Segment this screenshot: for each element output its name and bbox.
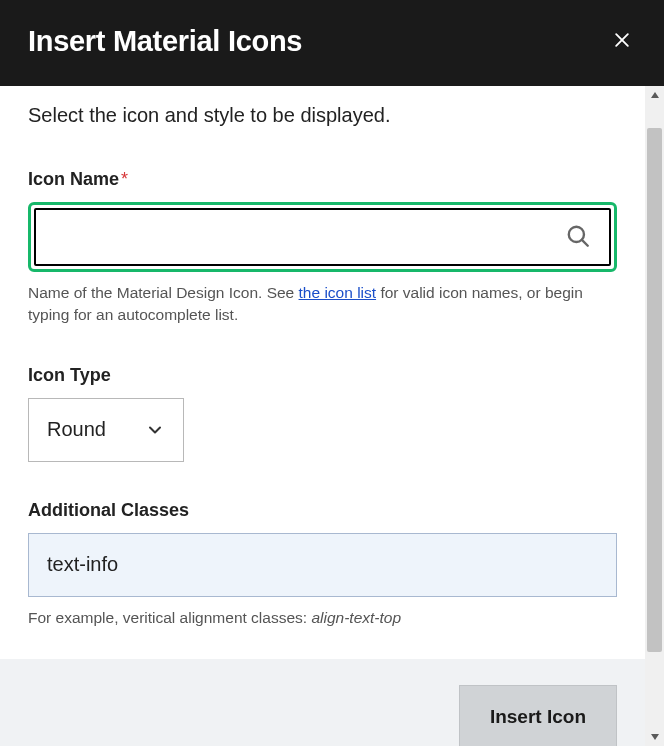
additional-classes-help: For example, veritical alignment classes… — [28, 607, 617, 629]
dialog-footer: Insert Icon — [0, 659, 645, 746]
icon-list-link[interactable]: the icon list — [299, 284, 377, 301]
field-additional-classes: Additional Classes For example, veritica… — [28, 500, 617, 629]
scroll-down-button[interactable] — [645, 728, 664, 746]
icon-name-input-wrap — [34, 208, 611, 266]
close-icon — [612, 30, 632, 53]
scroll-track[interactable] — [645, 104, 664, 728]
scroll-up-button[interactable] — [645, 86, 664, 104]
dialog-subtitle: Select the icon and style to be displaye… — [28, 104, 617, 127]
dialog-title: Insert Material Icons — [28, 25, 302, 58]
icon-name-search-button[interactable] — [561, 219, 595, 256]
insert-icon-button[interactable]: Insert Icon — [459, 685, 617, 746]
icon-type-select[interactable]: Round — [28, 398, 184, 462]
icon-name-input[interactable] — [50, 210, 561, 264]
svg-marker-5 — [651, 734, 659, 740]
scrollbar[interactable] — [645, 86, 664, 746]
icon-type-label: Icon Type — [28, 365, 617, 386]
icon-name-focus-ring — [28, 202, 617, 272]
svg-marker-4 — [651, 92, 659, 98]
search-icon — [565, 223, 591, 252]
icon-type-value: Round — [47, 418, 145, 441]
icon-name-help: Name of the Material Design Icon. See th… — [28, 282, 617, 327]
scroll-thumb[interactable] — [647, 128, 662, 652]
field-icon-type: Icon Type Round — [28, 365, 617, 462]
dialog-header: Insert Material Icons — [0, 0, 664, 86]
additional-classes-label: Additional Classes — [28, 500, 617, 521]
additional-classes-input[interactable] — [28, 533, 617, 597]
svg-line-3 — [582, 239, 588, 245]
dialog-content: Select the icon and style to be displaye… — [0, 86, 645, 746]
close-button[interactable] — [608, 26, 636, 57]
dialog-body: Select the icon and style to be displaye… — [0, 86, 645, 659]
icon-name-label: Icon Name* — [28, 169, 617, 190]
field-icon-name: Icon Name* Name of the Material Design I… — [28, 169, 617, 327]
chevron-down-icon — [145, 420, 165, 440]
required-indicator: * — [121, 169, 128, 189]
